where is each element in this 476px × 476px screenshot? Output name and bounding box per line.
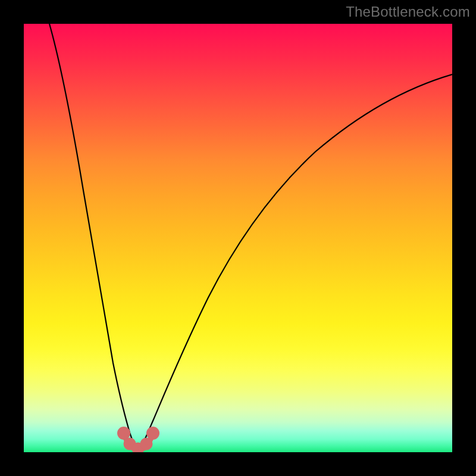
chart-frame: TheBottleneck.com [0,0,476,476]
marker-cluster [120,430,157,453]
svg-point-2 [126,440,133,447]
plot-area [24,24,452,452]
svg-point-1 [149,430,157,437]
watermark-text: TheBottleneck.com [346,4,470,20]
svg-point-4 [143,440,150,447]
curves-layer [24,24,452,452]
left-curve [49,24,136,446]
right-curve [142,74,452,446]
svg-point-0 [120,430,128,437]
svg-point-3 [134,445,142,452]
